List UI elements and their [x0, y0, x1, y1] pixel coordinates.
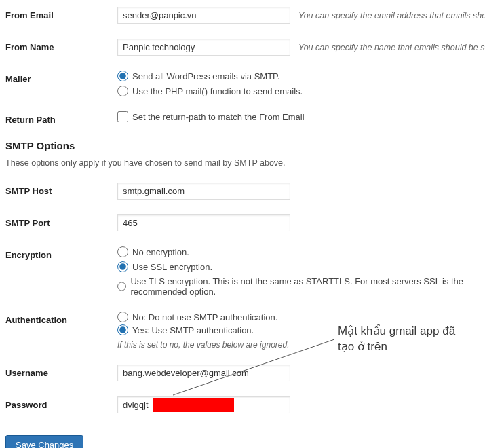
mailer-smtp-radio[interactable] [117, 71, 128, 81]
password-redaction [153, 398, 234, 412]
auth-yes-radio[interactable] [117, 324, 128, 335]
username-input[interactable] [117, 365, 290, 381]
return-path-label: Return Path [5, 111, 117, 125]
smtp-options-heading: SMTP Options [5, 140, 485, 151]
return-path-text: Set the return-path to match the From Em… [132, 112, 305, 122]
encryption-tls-text: Use TLS encryption. This is not the same… [130, 276, 485, 297]
from-name-label: From Name [5, 39, 117, 52]
password-label: Password [5, 396, 117, 410]
encryption-label: Encryption [5, 246, 117, 260]
auth-label: Authentication [5, 312, 117, 325]
encryption-none-radio[interactable] [117, 246, 128, 257]
mailer-label: Mailer [5, 71, 117, 84]
encryption-ssl-text: Use SSL encryption. [132, 262, 212, 272]
encryption-ssl-radio[interactable] [117, 261, 128, 272]
mailer-php-option[interactable]: Use the PHP mail() function to send emai… [117, 86, 303, 96]
encryption-tls-radio[interactable] [117, 281, 126, 292]
from-name-hint: You can specify the name that emails sho… [298, 43, 485, 52]
mailer-php-text: Use the PHP mail() function to send emai… [132, 86, 303, 96]
username-label: Username [5, 365, 117, 378]
auth-no-option[interactable]: No: Do not use SMTP authentication. [117, 312, 277, 322]
return-path-option[interactable]: Set the return-path to match the From Em… [117, 111, 305, 122]
smtp-host-input[interactable] [117, 183, 290, 200]
auth-yes-option[interactable]: Yes: Use SMTP authentication. [117, 324, 254, 335]
encryption-none-option[interactable]: No encryption. [117, 246, 189, 257]
auth-hint: If this is set to no, the values below a… [117, 340, 289, 350]
from-email-hint: You can specify the email address that e… [298, 11, 485, 20]
smtp-host-label: SMTP Host [5, 183, 117, 196]
mailer-smtp-text: Send all WordPress emails via SMTP. [132, 71, 280, 81]
from-email-input[interactable] [117, 7, 290, 24]
smtp-port-label: SMTP Port [5, 214, 117, 228]
auth-yes-text: Yes: Use SMTP authentication. [132, 325, 254, 335]
return-path-checkbox[interactable] [117, 111, 128, 122]
mailer-php-radio[interactable] [117, 86, 128, 96]
mailer-smtp-option[interactable]: Send all WordPress emails via SMTP. [117, 71, 280, 81]
encryption-ssl-option[interactable]: Use SSL encryption. [117, 261, 212, 272]
from-name-input[interactable] [117, 39, 290, 56]
from-email-label: From Email [5, 7, 117, 20]
save-changes-button[interactable]: Save Changes [5, 435, 83, 448]
encryption-none-text: No encryption. [132, 247, 189, 257]
smtp-port-input[interactable] [117, 214, 290, 231]
auth-no-radio[interactable] [117, 312, 128, 322]
encryption-tls-option[interactable]: Use TLS encryption. This is not the same… [117, 276, 485, 297]
smtp-options-desc: These options only apply if you have cho… [5, 158, 485, 168]
auth-no-text: No: Do not use SMTP authentication. [132, 312, 277, 322]
